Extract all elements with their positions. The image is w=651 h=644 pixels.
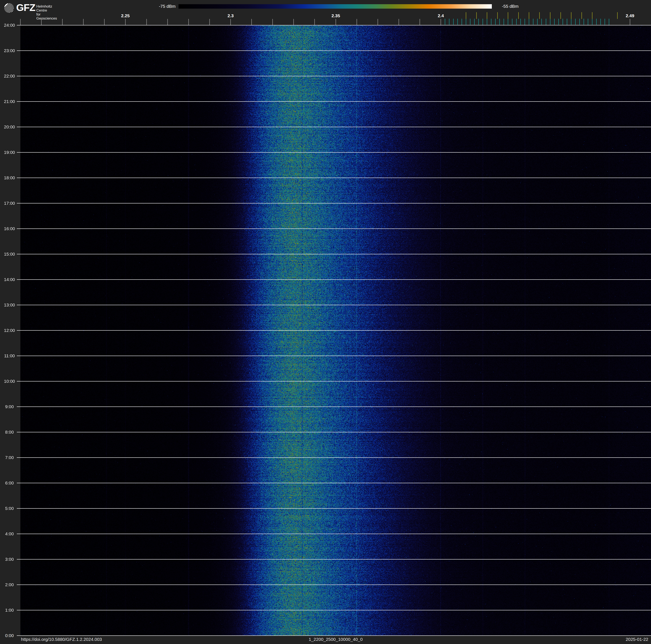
frequency-major-tick [272,19,273,25]
hour-gridline [17,51,651,51]
ble-channel-tick [584,19,584,25]
frequency-major-tick [314,19,315,25]
frequency-tick-label: 2.35 [325,13,346,19]
hour-gridline [17,279,651,280]
frequency-major-tick [630,19,630,25]
frequency-tick-label: 2.49 [620,13,641,19]
hour-gridline [17,559,651,559]
ble-channel-tick [563,19,563,25]
ble-channel-tick [478,19,479,25]
ble-channel-tick [533,19,533,25]
hour-gridline [17,25,651,25]
frequency-major-tick [104,19,104,25]
frequency-major-tick [441,19,441,25]
hour-gridline [17,127,651,127]
hour-gridline [17,229,651,229]
time-tick-label: 18:00 [0,175,19,180]
hour-gridline [17,330,651,331]
wifi-channel-tick [518,12,519,19]
hour-gridline [17,152,651,153]
time-tick-label: 8:00 [0,430,19,435]
frequency-major-tick [251,19,252,25]
colorbar-min-label: -75 dBm [147,4,176,9]
time-tick-label: 14:00 [0,277,19,282]
wifi-channel-tick [592,12,592,19]
time-tick-label: 5:00 [0,506,19,511]
frequency-tick-label: 2.3 [220,13,241,19]
ble-channel-tick [546,19,546,25]
ble-channel-tick [554,19,555,25]
time-tick-label: 9:00 [0,404,19,409]
frequency-tick-label: 2.4 [430,13,451,19]
hour-gridline [17,101,651,102]
time-tick-label: 0:00 [0,633,19,638]
time-tick-label: 10:00 [0,379,19,384]
hour-gridline [17,381,651,381]
time-tick-label: 7:00 [0,455,19,460]
frequency-major-tick [336,19,336,25]
hour-gridline [17,305,651,305]
frequency-major-tick [399,19,399,25]
ble-channel-tick [520,19,521,25]
ble-channel-tick [609,19,609,25]
time-tick-label: 11:00 [0,353,19,358]
time-tick-label: 16:00 [0,226,19,231]
ble-channel-tick [487,19,487,25]
hour-gridline [17,635,651,636]
ble-channel-tick [495,19,496,25]
frequency-major-tick [209,19,210,25]
frequency-tick-label: 2.25 [115,13,136,19]
ble-channel-tick [567,19,567,25]
ble-channel-tick [503,19,504,25]
ble-channel-tick [466,19,466,25]
frequency-major-tick [146,19,147,25]
filename-label: 1_2200_2500_10000_40_0 [20,637,651,642]
time-tick-label: 15:00 [0,252,19,257]
gfz-logo-name-line2: for Geosciences [36,12,57,20]
wifi-channel-tick [571,12,571,19]
hour-gridline [17,356,651,356]
time-tick-label: 3:00 [0,557,19,562]
ble-channel-tick [474,19,474,25]
ble-channel-tick [483,19,483,25]
frequency-major-tick [188,19,189,25]
date-label: 2025-01-22 [626,637,648,642]
wifi-channel-tick [466,12,466,19]
hour-gridline [17,407,651,407]
ble-channel-tick [571,19,571,25]
frequency-major-tick [62,19,63,25]
frequency-major-tick [41,19,41,25]
hour-gridline [17,534,651,534]
gfz-logo-acronym: GFZ [16,2,35,13]
frequency-major-tick [378,19,378,25]
ble-channel-tick [550,19,550,25]
ble-channel-tick [592,19,592,25]
gfz-logo-name-line1: Helmholtz Centre [36,4,52,12]
gfz-logo-name: Helmholtz Centre for Geosciences [36,4,57,20]
frequency-major-tick [230,19,231,25]
wifi-channel-tick [497,12,498,19]
ble-channel-tick [508,19,508,25]
time-tick-label: 17:00 [0,201,19,206]
hour-gridline [17,254,651,254]
time-tick-label: 19:00 [0,150,19,155]
spectrogram-page: GFZ Helmholtz Centre for Geosciences -75… [0,0,651,644]
time-tick-label: 24:00 [0,23,19,28]
frequency-major-tick [167,19,168,25]
hour-gridline [17,483,651,483]
hour-gridline [17,610,651,610]
ble-channel-tick [491,19,491,25]
ble-channel-tick [558,19,559,25]
time-tick-label: 22:00 [0,74,19,79]
ble-channel-tick [604,19,605,25]
frequency-major-tick [83,19,84,25]
ble-channel-tick [462,19,462,25]
ble-channel-tick [470,19,470,25]
time-tick-label: 4:00 [0,531,19,536]
wifi-channel-tick [539,12,540,19]
wifi-channel-tick [582,12,582,19]
ble-channel-tick [457,19,458,25]
ble-channel-tick [445,19,445,25]
wifi-channel-tick [550,12,550,19]
frequency-major-tick [420,19,420,25]
